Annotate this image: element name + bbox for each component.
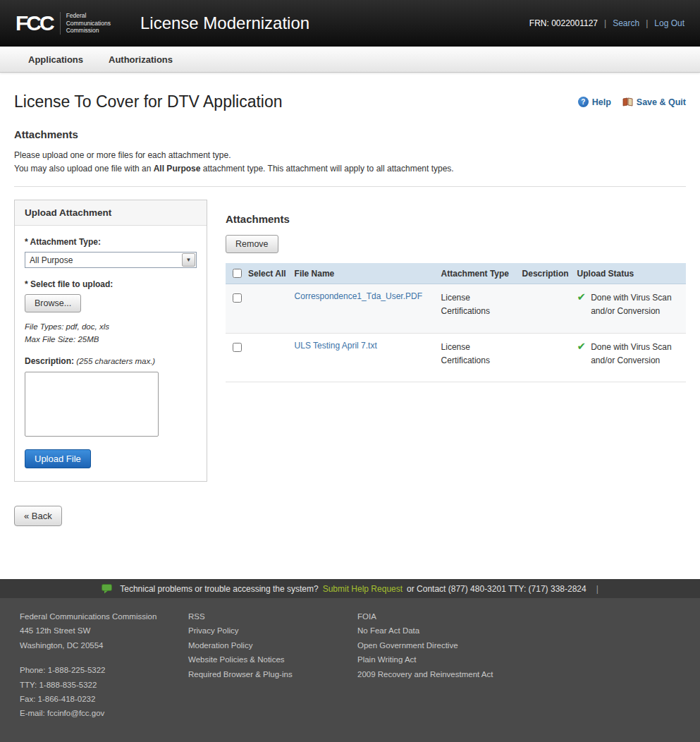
save-and-quit-label: Save & Quit xyxy=(637,97,686,107)
footer-fax: Fax: 1-866-418-0232 xyxy=(20,692,188,706)
footer-address-line2: Washington, DC 20554 xyxy=(20,638,188,652)
upload-status-text: Done with Virus Scan and/or Conversion xyxy=(591,341,682,367)
instructions-line1: Please upload one or more files for each… xyxy=(14,149,686,162)
footer-link-privacy-policy[interactable]: Privacy Policy xyxy=(188,624,357,638)
fcc-logo-subtext: Federal Communications Commission xyxy=(60,12,111,35)
chat-bubble-icon xyxy=(102,584,113,594)
chevron-down-icon: ▼ xyxy=(182,253,195,267)
footer-links-column-1: RSS Privacy Policy Moderation Policy Web… xyxy=(188,609,357,721)
attachment-type-select[interactable]: All Purpose ▼ xyxy=(25,252,197,268)
nav-item-authorizations[interactable]: Authorizations xyxy=(109,54,173,65)
back-button[interactable]: « Back xyxy=(14,506,62,526)
select-file-label: * Select file to upload: xyxy=(25,279,197,289)
upload-attachment-panel: Upload Attachment * Attachment Type: All… xyxy=(14,200,207,482)
attachments-list-section: Attachments Remove Select All File Name … xyxy=(226,200,686,382)
instructions: Please upload one or more files for each… xyxy=(14,149,686,175)
select-all-label: Select All xyxy=(248,269,286,279)
help-link[interactable]: ? Help xyxy=(578,97,611,107)
main-content: License To Cover for DTV Application ? H… xyxy=(0,73,700,579)
frn-label: FRN: 0022001127 xyxy=(529,18,598,28)
description-textarea[interactable] xyxy=(25,372,159,437)
fcc-logo-letters: FCC xyxy=(16,13,53,34)
top-header: FCC Federal Communications Commission Li… xyxy=(0,0,700,47)
attachment-type-value: License Certifications xyxy=(441,291,505,318)
description-hint: (255 characters max.) xyxy=(76,357,155,365)
help-link-label: Help xyxy=(592,97,611,107)
divider xyxy=(14,186,686,187)
nav-item-applications[interactable]: Applications xyxy=(28,54,83,65)
footer-link-foia[interactable]: FOIA xyxy=(357,609,700,624)
max-file-size-note: Max File Size: 25MB xyxy=(25,334,197,346)
fcc-logo[interactable]: FCC Federal Communications Commission xyxy=(16,12,111,35)
book-icon xyxy=(622,97,633,107)
file-upload-notes: File Types: pdf, doc, xls Max File Size:… xyxy=(25,321,197,346)
footer-link-rss[interactable]: RSS xyxy=(188,609,357,624)
file-types-note: File Types: pdf, doc, xls xyxy=(25,321,197,334)
footer-link-website-policies[interactable]: Website Policies & Notices xyxy=(188,652,357,667)
row-checkbox[interactable] xyxy=(233,293,242,303)
attachment-type-label: * Attachment Type: xyxy=(25,237,197,247)
header-utility-links: FRN: 0022001127 | Search | Log Out xyxy=(529,18,684,28)
footer-fcc-name: Federal Communications Commission xyxy=(20,609,188,624)
remove-button[interactable]: Remove xyxy=(226,235,278,253)
attachment-type-selected-value: All Purpose xyxy=(30,255,73,265)
table-row: ULS Testing April 7.txt License Certific… xyxy=(226,333,686,382)
main-nav: Applications Authorizations xyxy=(0,47,700,73)
help-bar: Technical problems or trouble accessing … xyxy=(0,579,700,598)
table-row: Correspondence1_Tda_User.PDF License Cer… xyxy=(226,284,686,333)
description-label-row: Description: (255 characters max.) xyxy=(25,356,197,366)
help-bar-contact: or Contact (877) 480-3201 TTY: (717) 338… xyxy=(407,584,587,594)
page-footer: Federal Communications Commission 445 12… xyxy=(0,598,700,742)
logo-sub-line3: Commission xyxy=(66,27,99,34)
attachment-type-value: License Certifications xyxy=(441,341,505,367)
logo-sub-line1: Federal xyxy=(66,12,87,19)
column-attachment-type: Attachment Type xyxy=(437,263,518,284)
logo-sub-line2: Communications xyxy=(66,20,111,27)
help-bar-text: Technical problems or trouble accessing … xyxy=(120,584,318,594)
footer-link-open-government[interactable]: Open Government Directive xyxy=(357,638,700,652)
upload-file-button[interactable]: Upload File xyxy=(25,449,91,468)
footer-contact-column: Federal Communications Commission 445 12… xyxy=(20,609,188,721)
page-title: License To Cover for DTV Application xyxy=(14,92,283,111)
select-all-checkbox[interactable] xyxy=(233,269,242,278)
footer-link-recovery-act[interactable]: 2009 Recovery and Reinvestment Act xyxy=(357,667,700,681)
footer-phone: Phone: 1-888-225-5322 xyxy=(20,663,188,677)
row-checkbox[interactable] xyxy=(233,343,242,352)
footer-link-no-fear-act[interactable]: No Fear Act Data xyxy=(357,624,700,638)
footer-links-column-2: FOIA No Fear Act Data Open Government Di… xyxy=(357,609,700,721)
column-file-name: File Name xyxy=(290,263,437,284)
column-description: Description xyxy=(518,263,573,284)
submit-help-request-link[interactable]: Submit Help Request xyxy=(323,584,403,594)
search-link[interactable]: Search xyxy=(613,18,639,28)
separator: | xyxy=(646,18,648,28)
description-label: Description: xyxy=(25,356,74,366)
help-icon: ? xyxy=(578,97,589,107)
logout-link[interactable]: Log Out xyxy=(654,18,684,28)
separator: | xyxy=(604,18,606,28)
table-header-row: Select All File Name Attachment Type Des… xyxy=(226,263,686,284)
file-name-link[interactable]: ULS Testing April 7.txt xyxy=(295,341,377,351)
browse-button[interactable]: Browse... xyxy=(25,294,81,312)
attachments-table: Select All File Name Attachment Type Des… xyxy=(226,263,686,382)
upload-panel-title: Upload Attachment xyxy=(15,200,207,226)
footer-link-required-browser[interactable]: Required Browser & Plug-ins xyxy=(188,667,357,681)
instructions-line2: You may also upload one file with an All… xyxy=(14,162,686,176)
footer-email: E-mail: fccinfo@fcc.gov xyxy=(20,706,188,720)
success-check-icon: ✔ xyxy=(577,291,587,302)
app-title: License Modernization xyxy=(140,13,309,33)
success-check-icon: ✔ xyxy=(577,341,587,351)
upload-status-text: Done with Virus Scan and/or Conversion xyxy=(591,291,682,318)
attachments-section-heading: Attachments xyxy=(14,128,686,140)
separator: | xyxy=(596,584,598,594)
column-upload-status: Upload Status xyxy=(573,263,686,284)
footer-address-line1: 445 12th Street SW xyxy=(20,624,188,638)
footer-link-moderation-policy[interactable]: Moderation Policy xyxy=(188,638,357,652)
save-and-quit-link[interactable]: Save & Quit xyxy=(622,97,686,107)
file-name-link[interactable]: Correspondence1_Tda_User.PDF xyxy=(295,291,422,301)
footer-link-plain-writing[interactable]: Plain Writing Act xyxy=(357,652,700,667)
footer-tty: TTY: 1-888-835-5322 xyxy=(20,678,188,692)
attachments-list-heading: Attachments xyxy=(226,200,686,225)
